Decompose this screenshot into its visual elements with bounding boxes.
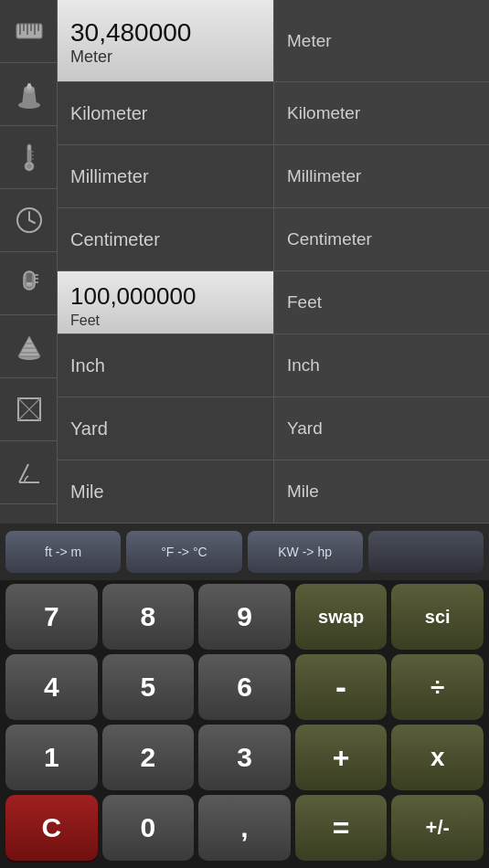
conversion-area: 30,480000 Meter Kilometer Millimeter Cen… bbox=[0, 0, 489, 524]
feet-value: 100,000000 bbox=[70, 282, 196, 311]
centimeter-label: Centimeter bbox=[70, 229, 160, 250]
kilometer-right-cell[interactable]: Kilometer bbox=[274, 82, 489, 145]
button-1[interactable]: 1 bbox=[5, 725, 98, 790]
equals-button[interactable]: = bbox=[295, 795, 388, 861]
svg-rect-10 bbox=[27, 83, 31, 89]
angle-icon[interactable] bbox=[0, 441, 58, 504]
millimeter-right-label: Millimeter bbox=[287, 166, 361, 186]
swap-button[interactable]: swap bbox=[295, 584, 388, 650]
kilometer-right-label: Kilometer bbox=[287, 103, 360, 123]
mile-left-cell[interactable]: Mile bbox=[58, 460, 273, 524]
plus-minus-button[interactable]: +/- bbox=[391, 795, 484, 861]
inch-right-cell[interactable]: Inch bbox=[274, 334, 489, 397]
button-3[interactable]: 3 bbox=[198, 725, 291, 790]
temp-icon[interactable] bbox=[0, 252, 58, 315]
meter-right-cell[interactable]: Meter bbox=[274, 0, 489, 82]
right-column: Meter Kilometer Millimeter Centimeter Fe… bbox=[274, 0, 489, 524]
button-8[interactable]: 8 bbox=[102, 584, 195, 650]
mile-label: Mile bbox=[70, 482, 104, 503]
left-column: 30,480000 Meter Kilometer Millimeter Cen… bbox=[58, 0, 274, 524]
millimeter-label: Millimeter bbox=[70, 166, 149, 187]
button-7[interactable]: 7 bbox=[5, 584, 98, 650]
button-9[interactable]: 9 bbox=[198, 584, 291, 650]
feet-right-cell[interactable]: Feet bbox=[274, 271, 489, 334]
button-0[interactable]: 0 bbox=[102, 795, 195, 861]
yard-right-label: Yard bbox=[287, 418, 323, 439]
area-icon[interactable] bbox=[0, 378, 58, 441]
inch-left-cell[interactable]: Inch bbox=[58, 334, 273, 397]
feet-left-cell[interactable]: 100,000000 Feet bbox=[58, 271, 273, 334]
weight-icon[interactable] bbox=[0, 63, 58, 126]
calculator: 7 8 9 swap sci 4 5 6 - ÷ 1 2 3 + x C 0 ,… bbox=[0, 580, 489, 868]
sci-button[interactable]: sci bbox=[391, 584, 484, 650]
svg-rect-23 bbox=[27, 282, 32, 286]
button-2[interactable]: 2 bbox=[102, 725, 195, 790]
centimeter-right-label: Centimeter bbox=[287, 229, 372, 249]
f-c-button[interactable]: °F -> °C bbox=[126, 531, 241, 573]
extra-qc-button[interactable] bbox=[368, 531, 484, 573]
meter-right-label: Meter bbox=[287, 31, 332, 51]
inch-right-label: Inch bbox=[287, 355, 320, 376]
cone-icon[interactable] bbox=[0, 315, 58, 378]
ft-m-button[interactable]: ft -> m bbox=[5, 531, 121, 573]
meter-left-cell[interactable]: 30,480000 Meter bbox=[58, 0, 273, 82]
clear-button[interactable]: C bbox=[5, 795, 98, 861]
thermometer-icon[interactable] bbox=[0, 126, 58, 189]
minus-button[interactable]: - bbox=[295, 654, 388, 720]
clock-icon[interactable] bbox=[0, 189, 58, 252]
svg-line-20 bbox=[29, 220, 35, 223]
meter-value: 30,480000 bbox=[70, 18, 191, 48]
kw-hp-button[interactable]: KW -> hp bbox=[248, 531, 363, 573]
button-6[interactable]: 6 bbox=[198, 654, 291, 720]
millimeter-left-cell[interactable]: Millimeter bbox=[58, 145, 273, 208]
millimeter-right-cell[interactable]: Millimeter bbox=[274, 145, 489, 208]
centimeter-left-cell[interactable]: Centimeter bbox=[58, 208, 273, 271]
feet-label: Feet bbox=[70, 312, 100, 329]
mile-right-label: Mile bbox=[287, 482, 319, 502]
svg-point-14 bbox=[27, 164, 32, 169]
comma-button[interactable]: , bbox=[198, 795, 291, 861]
divide-button[interactable]: ÷ bbox=[391, 654, 484, 720]
button-4[interactable]: 4 bbox=[5, 654, 98, 720]
plus-button[interactable]: + bbox=[295, 725, 388, 790]
meter-label: Meter bbox=[70, 48, 112, 67]
yard-label: Yard bbox=[70, 418, 108, 439]
feet-right-label: Feet bbox=[287, 292, 322, 312]
button-5[interactable]: 5 bbox=[102, 654, 195, 720]
mile-right-cell[interactable]: Mile bbox=[274, 460, 489, 524]
ruler-icon[interactable] bbox=[0, 0, 58, 63]
multiply-button[interactable]: x bbox=[391, 725, 484, 790]
yard-right-cell[interactable]: Yard bbox=[274, 397, 489, 460]
svg-rect-13 bbox=[28, 150, 30, 163]
centimeter-right-cell[interactable]: Centimeter bbox=[274, 208, 489, 271]
yard-left-cell[interactable]: Yard bbox=[58, 397, 273, 460]
svg-line-35 bbox=[19, 464, 28, 482]
quick-convert-bar: ft -> m °F -> °C KW -> hp bbox=[0, 524, 489, 580]
icon-bar bbox=[0, 0, 58, 524]
kilometer-left-cell[interactable]: Kilometer bbox=[58, 82, 273, 145]
kilometer-label: Kilometer bbox=[70, 103, 147, 124]
inch-label: Inch bbox=[70, 355, 105, 376]
